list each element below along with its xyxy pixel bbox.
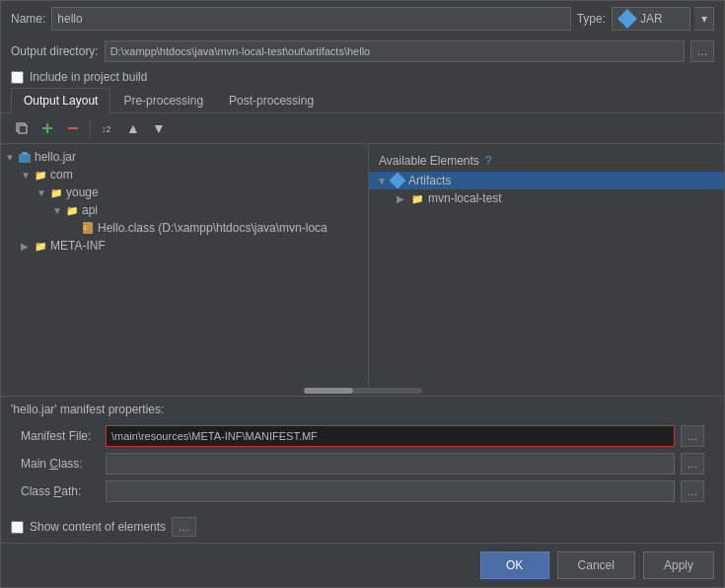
- tree-item-hello-class[interactable]: C Hello.class (D:\xampp\htdocs\java\mvn-…: [1, 219, 368, 237]
- scrollbar-area: [1, 386, 724, 396]
- ok-button[interactable]: OK: [480, 551, 549, 579]
- tree-label-hello-class: Hello.class (D:\xampp\htdocs\java\mvn-lo…: [98, 221, 327, 235]
- svg-rect-7: [22, 152, 28, 155]
- apply-button[interactable]: Apply: [643, 551, 714, 579]
- output-dir-label: Output directory:: [11, 44, 99, 58]
- toolbar-sep1: [90, 119, 91, 137]
- toolbar-remove-btn[interactable]: [62, 117, 84, 139]
- show-content-options-btn[interactable]: …: [172, 517, 196, 537]
- toolbar-add-copy-btn[interactable]: [11, 117, 33, 139]
- scroll-thumb[interactable]: [304, 388, 353, 394]
- split-pane: hello.jar 📁 com 📁 youge 📁 api: [1, 144, 724, 386]
- show-content-row: Show content of elements …: [1, 511, 724, 543]
- arrow-meta-inf: [21, 241, 31, 251]
- manifest-file-row: Manifest File: …: [11, 422, 714, 450]
- folder-icon-com: 📁: [34, 168, 47, 182]
- tree-item-hello-jar[interactable]: hello.jar: [1, 148, 368, 166]
- manifest-file-input[interactable]: [106, 425, 675, 447]
- folder-icon-mvn: 📁: [410, 191, 424, 205]
- manifest-title: 'hello.jar' manifest properties:: [11, 403, 714, 422]
- type-select-wrapper: JAR ▾: [612, 7, 714, 31]
- help-icon[interactable]: ?: [485, 154, 492, 168]
- type-label: Type:: [577, 12, 606, 26]
- main-class-label: Main Class:: [21, 457, 100, 471]
- folder-icon-youge: 📁: [49, 185, 63, 199]
- content-toolbar: ↕2 ▲ ▼: [1, 113, 724, 144]
- manifest-file-browse-btn[interactable]: …: [681, 425, 704, 447]
- arrow-api: [52, 205, 62, 215]
- arrow-hello-class: [68, 223, 78, 233]
- type-value: JAR: [640, 12, 663, 26]
- tree-item-api[interactable]: 📁 api: [1, 201, 368, 219]
- available-label-artifacts: Artifacts: [408, 174, 451, 187]
- available-section-header: Available Elements ?: [369, 148, 724, 172]
- arrow-com: [21, 170, 31, 180]
- output-dir-row: Output directory: …: [1, 37, 724, 66]
- name-row: Name: Type: JAR ▾: [1, 1, 724, 37]
- manifest-section: 'hello.jar' manifest properties: Manifes…: [1, 396, 724, 511]
- toolbar-add-btn[interactable]: [36, 117, 58, 139]
- button-bar: OK Cancel Apply: [1, 543, 724, 587]
- arrow-hello-jar: [5, 152, 15, 162]
- toolbar-sort-btn[interactable]: ↕2: [97, 117, 118, 139]
- tree-item-com[interactable]: 📁 com: [1, 166, 368, 184]
- tree-item-youge[interactable]: 📁 youge: [1, 184, 368, 201]
- class-icon-hello: C: [81, 221, 95, 235]
- scroll-indicator: [304, 388, 422, 394]
- svg-rect-6: [19, 154, 31, 163]
- tabs-bar: Output Layout Pre-processing Post-proces…: [1, 88, 724, 113]
- name-label: Name:: [11, 12, 45, 26]
- tree-label-api: api: [82, 203, 98, 217]
- type-display[interactable]: JAR: [612, 7, 690, 31]
- include-build-row: Include in project build: [1, 66, 724, 88]
- svg-text:C: C: [84, 225, 88, 231]
- toolbar-down-btn[interactable]: ▼: [148, 117, 170, 139]
- svg-rect-1: [19, 125, 27, 133]
- toolbar-up-btn[interactable]: ▲: [122, 117, 144, 139]
- jar-icon-artifacts: [391, 174, 404, 187]
- class-path-row: Class Path: …: [11, 478, 714, 505]
- output-dir-input[interactable]: [105, 40, 685, 62]
- class-path-browse-btn[interactable]: …: [681, 480, 704, 502]
- available-item-mvn[interactable]: 📁 mvn-local-test: [369, 189, 724, 207]
- artifact-dialog: Name: Type: JAR ▾ Output directory: … In…: [0, 0, 725, 588]
- show-content-checkbox[interactable]: [11, 521, 24, 534]
- tab-pre-processing[interactable]: Pre-processing: [110, 88, 216, 112]
- folder-icon-meta-inf: 📁: [34, 239, 47, 253]
- tab-output-layout[interactable]: Output Layout: [11, 88, 110, 113]
- main-class-input[interactable]: [106, 453, 675, 475]
- show-content-label: Show content of elements: [30, 520, 166, 534]
- tree-label-youge: youge: [66, 185, 99, 199]
- available-elements-pane: Available Elements ? Artifacts 📁 mvn-loc…: [369, 144, 724, 386]
- type-dropdown-btn[interactable]: ▾: [694, 7, 714, 31]
- tree-label-hello-jar: hello.jar: [35, 150, 76, 164]
- tree-item-meta-inf[interactable]: 📁 META-INF: [1, 237, 368, 255]
- jar-icon-hello: [18, 150, 32, 164]
- folder-icon-api: 📁: [65, 203, 79, 217]
- main-class-browse-btn[interactable]: …: [681, 453, 704, 475]
- artifact-tree: hello.jar 📁 com 📁 youge 📁 api: [1, 144, 369, 386]
- tree-label-meta-inf: META-INF: [50, 239, 106, 253]
- arrow-youge: [36, 187, 46, 197]
- include-build-label: Include in project build: [30, 70, 147, 84]
- class-path-input[interactable]: [106, 480, 675, 502]
- available-item-artifacts[interactable]: Artifacts: [369, 172, 724, 189]
- tab-post-processing[interactable]: Post-processing: [216, 88, 326, 112]
- manifest-file-label: Manifest File:: [21, 429, 100, 443]
- include-build-checkbox[interactable]: [11, 71, 24, 84]
- cancel-button[interactable]: Cancel: [557, 551, 635, 579]
- svg-text:↕2: ↕2: [102, 124, 111, 134]
- output-dir-browse-btn[interactable]: …: [690, 40, 714, 62]
- main-class-row: Main Class: …: [11, 450, 714, 478]
- jar-icon: [617, 9, 637, 29]
- tree-label-com: com: [50, 168, 73, 182]
- arrow-mvn: [397, 193, 406, 203]
- arrow-artifacts: [377, 176, 387, 185]
- available-elements-label: Available Elements: [379, 154, 479, 168]
- class-path-label: Class Path:: [21, 484, 100, 498]
- name-input[interactable]: [51, 7, 570, 31]
- available-label-mvn: mvn-local-test: [428, 191, 502, 205]
